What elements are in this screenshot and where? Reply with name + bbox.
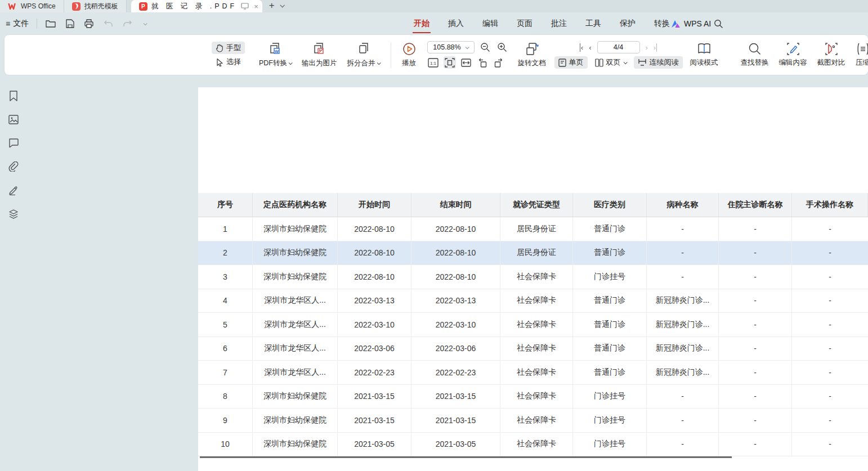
comments-panel-button[interactable]	[8, 137, 19, 149]
fit-page-button[interactable]	[444, 56, 456, 69]
first-page-button[interactable]: ‹	[580, 43, 583, 52]
single-page-icon	[558, 59, 566, 67]
menu-tab-页面[interactable]: 页面	[516, 16, 534, 31]
table-header-cell: 开始时间	[338, 193, 411, 217]
layers-panel-button[interactable]	[8, 208, 19, 219]
table-cell: -	[719, 433, 792, 456]
undo-button[interactable]	[102, 18, 114, 29]
table-cell: 1	[198, 217, 253, 241]
table-cell: 4	[198, 289, 253, 313]
open-file-button[interactable]	[45, 18, 56, 29]
redo-button[interactable]	[122, 18, 133, 29]
tab-active-document[interactable]: P 就 医 记 录 .PDF ×	[131, 0, 262, 12]
read-mode-button[interactable]: 阅读模式	[685, 42, 723, 68]
new-tab-button[interactable]: +	[262, 0, 279, 12]
split-merge-button[interactable]: 拆分合并	[342, 42, 385, 68]
rotate-document-button[interactable]: 旋转文档	[513, 42, 551, 68]
table-cell: 6	[198, 337, 253, 361]
book-icon	[697, 42, 712, 56]
edit-content-button[interactable]: 编辑内容	[774, 42, 812, 68]
table-cell: 深圳市龙华区人...	[253, 361, 338, 384]
table-cell: 新冠肺炎门诊...	[647, 313, 719, 337]
actual-size-button[interactable]: 1:1	[427, 56, 440, 69]
table-cell: 普通门诊	[573, 313, 647, 337]
signature-panel-button[interactable]	[8, 185, 19, 196]
separator	[37, 19, 37, 29]
table-cell: 社会保障卡	[500, 289, 573, 313]
table-cell: -	[647, 241, 719, 265]
attachments-panel-button[interactable]	[8, 161, 19, 172]
table-row: 5深圳市龙华区人...2022-03-102022-03-10社会保障卡普通门诊…	[198, 313, 868, 337]
menu-tab-编辑[interactable]: 编辑	[481, 16, 499, 31]
save-button[interactable]	[64, 18, 75, 29]
last-page-button[interactable]: ›	[654, 43, 657, 52]
screenshot-compare-button[interactable]: 截图对比	[812, 42, 851, 68]
table-cell: 2021-03-15	[338, 409, 411, 432]
redo-icon	[123, 20, 132, 28]
wps-ai-button[interactable]: WPS AI	[671, 12, 711, 35]
screen-share-icon[interactable]	[241, 3, 249, 10]
export-image-button[interactable]: 输出为图片	[297, 42, 342, 68]
table-cell: 2022-08-10	[411, 217, 500, 241]
table-row: 3深圳市妇幼保健院2022-08-102022-08-10社会保障卡门诊挂号--…	[198, 265, 868, 289]
rotate-left-button[interactable]	[476, 56, 489, 69]
double-page-button[interactable]: 双页	[591, 56, 630, 69]
menu-tab-批注[interactable]: 批注	[550, 16, 568, 31]
zoom-out-button[interactable]	[479, 41, 491, 53]
page-number-input[interactable]: 4/4	[597, 41, 640, 53]
thumbnails-panel-button[interactable]	[8, 114, 19, 125]
select-tool-button[interactable]: 选择	[212, 56, 245, 68]
menu-tab-保护[interactable]: 保护	[619, 16, 637, 31]
menu-tab-工具[interactable]: 工具	[584, 16, 602, 31]
table-cell: 2022-03-06	[411, 337, 500, 361]
table-cell: -	[792, 385, 868, 409]
zoom-in-button[interactable]	[496, 41, 508, 53]
zoom-level-dropdown[interactable]: 105.88%	[427, 41, 475, 53]
menu-tab-开始[interactable]: 开始	[413, 16, 431, 31]
table-cell: -	[792, 409, 868, 432]
undo-icon	[104, 20, 113, 28]
svg-text:W: W	[275, 49, 279, 54]
hamburger-icon: ≡	[6, 19, 10, 28]
hand-tool-button[interactable]: 手型	[212, 42, 245, 54]
menu-tab-转换[interactable]: 转换	[653, 16, 671, 31]
table-cell: 深圳市妇幼保健院	[253, 265, 338, 289]
table-cell: -	[792, 217, 868, 241]
previous-page-button[interactable]: ‹	[589, 43, 591, 52]
close-tab-icon[interactable]: ×	[253, 2, 259, 11]
bookmarks-panel-button[interactable]	[8, 90, 19, 101]
table-cell: 普通门诊	[573, 361, 647, 384]
table-cell: 2022-03-10	[411, 313, 500, 337]
docer-logo-icon	[72, 2, 80, 11]
table-cell: -	[792, 241, 868, 265]
wps-ai-logo-icon	[671, 20, 681, 28]
find-replace-button[interactable]: 查找替换	[736, 42, 774, 68]
table-cell: -	[647, 409, 719, 432]
rotate-right-button[interactable]	[493, 56, 505, 69]
next-page-button[interactable]: ›	[646, 43, 648, 52]
table-cell: 2022-08-10	[411, 265, 500, 289]
page-indicator-value: 4/4	[614, 43, 623, 51]
undo-history-dropdown[interactable]	[141, 18, 149, 29]
rotate-right-icon	[494, 58, 504, 68]
table-cell: -	[647, 385, 719, 409]
table-cell: 2021-03-15	[411, 385, 500, 409]
ribbon-search-button[interactable]	[714, 12, 723, 35]
play-button[interactable]: 播放	[397, 42, 422, 68]
print-button[interactable]	[83, 18, 95, 29]
tab-wps-home[interactable]: WPS Office	[0, 0, 64, 12]
tab-list-dropdown[interactable]	[279, 0, 288, 12]
read-mode-label: 阅读模式	[690, 58, 718, 68]
continuous-read-button[interactable]: 连续阅读	[634, 56, 683, 69]
file-menu-button[interactable]: ≡ 文件	[6, 19, 29, 29]
pdf-convert-button[interactable]: W PDF转换	[254, 42, 297, 68]
compress-button[interactable]: 压缩	[851, 42, 868, 68]
fit-width-button[interactable]	[460, 56, 472, 69]
tab-docer-templates[interactable]: 找稻壳模板	[64, 0, 127, 12]
single-page-button[interactable]: 单页	[554, 56, 588, 69]
tab-label: 就 医 记 录 .PDF	[151, 2, 237, 11]
table-header-cell: 手术操作名称	[792, 193, 868, 217]
menu-tab-插入[interactable]: 插入	[447, 16, 465, 31]
table-cell: -	[719, 241, 792, 265]
table-cell: 2021-03-15	[338, 385, 411, 409]
